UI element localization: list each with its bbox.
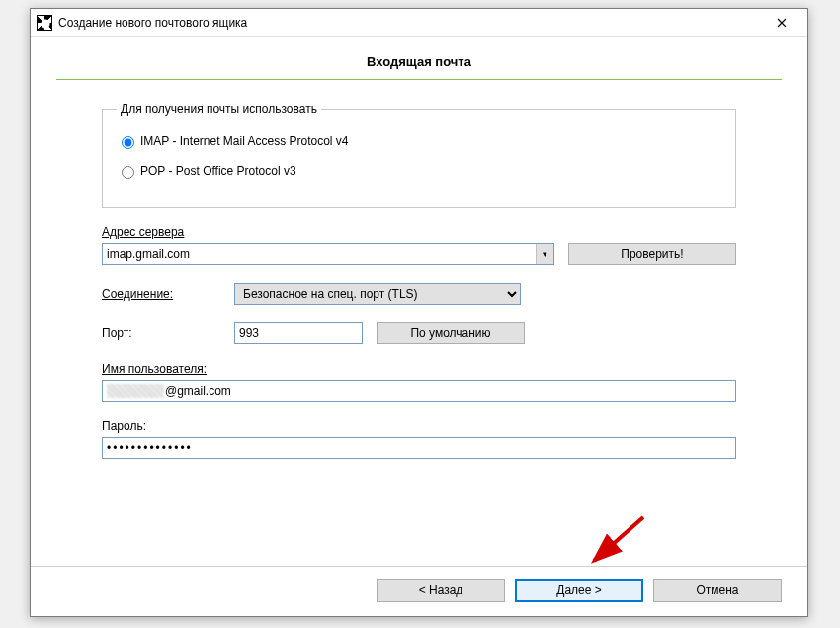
radio-pop[interactable]: POP - Post Office Protocol v3 bbox=[117, 163, 721, 179]
close-button[interactable] bbox=[762, 9, 801, 37]
app-icon bbox=[37, 15, 52, 31]
connection-select[interactable]: Безопасное на спец. порт (TLS) bbox=[234, 283, 521, 305]
radio-imap[interactable]: IMAP - Internet Mail Access Protocol v4 bbox=[117, 134, 721, 149]
default-port-button[interactable]: По умолчанию bbox=[377, 322, 525, 344]
server-combo[interactable]: ▾ bbox=[102, 243, 554, 265]
titlebar: Создание нового почтового ящика bbox=[31, 9, 807, 37]
radio-pop-label: POP - Post Office Protocol v3 bbox=[140, 164, 296, 178]
check-button[interactable]: Проверить! bbox=[568, 243, 736, 265]
server-input[interactable] bbox=[102, 243, 554, 265]
port-label: Порт: bbox=[102, 326, 220, 340]
next-button[interactable]: Далее > bbox=[515, 579, 643, 602]
radio-pop-input[interactable] bbox=[122, 166, 134, 179]
window-title: Создание нового почтового ящика bbox=[58, 16, 762, 30]
username-label: Имя пользователя: bbox=[102, 362, 736, 376]
form-area: Адрес сервера ▾ Проверить! Соединение: Б… bbox=[102, 225, 736, 459]
connection-label: Соединение: bbox=[102, 287, 220, 301]
dialog-window: Создание нового почтового ящика Входящая… bbox=[30, 8, 808, 617]
protocol-group: Для получения почты использовать IMAP - … bbox=[102, 102, 736, 208]
close-icon bbox=[777, 18, 787, 28]
username-redacted bbox=[107, 384, 164, 398]
username-suffix: @gmail.com bbox=[165, 384, 231, 398]
back-button[interactable]: < Назад bbox=[377, 579, 505, 602]
server-label: Адрес сервера bbox=[102, 225, 736, 239]
password-input[interactable]: •••••••••••••• bbox=[102, 437, 736, 459]
radio-imap-label: IMAP - Internet Mail Access Protocol v4 bbox=[140, 135, 349, 148]
password-label: Пароль: bbox=[102, 419, 736, 433]
annotation-arrow bbox=[582, 513, 651, 573]
button-bar: < Назад Далее > Отмена bbox=[31, 566, 807, 616]
radio-imap-input[interactable] bbox=[122, 136, 134, 149]
protocol-legend: Для получения почты использовать bbox=[117, 102, 321, 116]
password-masked: •••••••••••••• bbox=[107, 441, 193, 455]
page-heading: Входящая почта bbox=[56, 54, 782, 79]
port-input[interactable] bbox=[234, 322, 363, 344]
dialog-body: Входящая почта Для получения почты испол… bbox=[31, 37, 807, 459]
username-input[interactable]: @gmail.com bbox=[102, 380, 736, 402]
cancel-button[interactable]: Отмена bbox=[653, 579, 782, 602]
divider bbox=[56, 79, 782, 80]
